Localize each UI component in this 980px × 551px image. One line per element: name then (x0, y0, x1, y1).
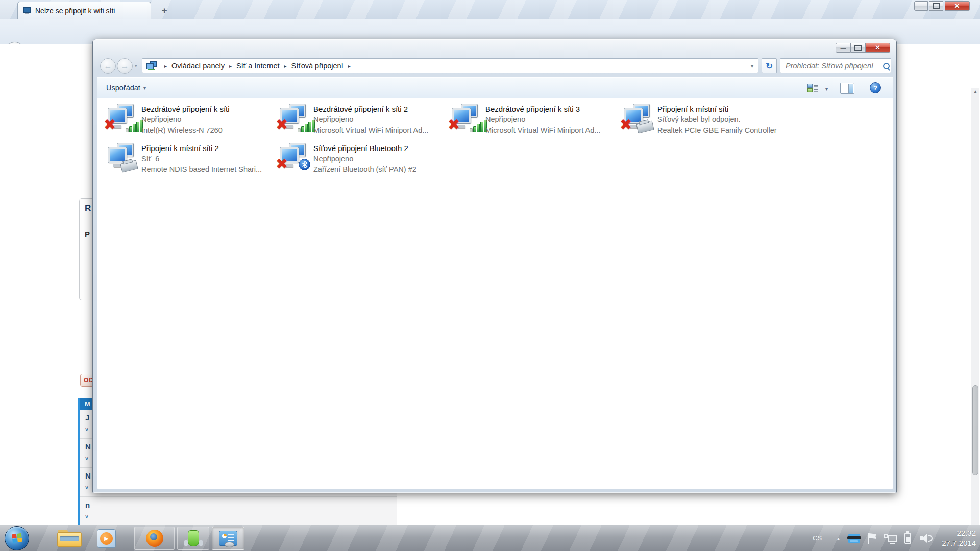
maximize-icon (854, 45, 862, 51)
explorer-content: ✖ Bezdrátové připojení k síti Nepřipojen… (97, 98, 893, 489)
network-adapter-icon: ✖ (451, 104, 483, 133)
explorer-close-button[interactable]: ✕ (866, 43, 890, 53)
network-connection-item[interactable]: ✖ Síťové připojení Bluetooth 2 Nepřipoje… (279, 142, 451, 182)
connection-device: Realtek PCIe GBE Family Controller (657, 125, 777, 136)
play-icon: ▶ (100, 532, 113, 545)
media-player-taskbar-icon[interactable]: ▶ (97, 529, 116, 548)
battery-tray-icon[interactable] (904, 533, 911, 544)
firefox-minimize-button[interactable]: — (914, 1, 928, 11)
network-adapter-icon: ✖ (279, 143, 311, 172)
start-button[interactable] (5, 526, 29, 550)
explorer-back-button[interactable]: ← (100, 58, 116, 74)
explorer-search-input[interactable] (785, 61, 883, 70)
clock[interactable]: 22:32 27.7.2014 (932, 528, 976, 548)
tray-app-icon[interactable] (848, 534, 860, 543)
change-view-icon[interactable] (807, 84, 818, 92)
breadcrumb[interactable]: ▸ Ovládací panely ▸ Síť a Internet ▸ Síť… (142, 58, 758, 73)
explorer-taskbar-icon[interactable] (57, 530, 82, 547)
breadcrumb-separator-icon[interactable]: ▸ (348, 63, 351, 69)
explorer-minimize-button[interactable]: — (836, 43, 851, 53)
connection-device: Microsoft Virtual WiFi Miniport Ad... (485, 125, 600, 136)
explorer-maximize-button[interactable] (851, 43, 866, 53)
network-adapter-icon (107, 143, 139, 172)
change-view-dropdown-icon[interactable]: ▾ (825, 86, 828, 92)
disconnected-x-icon: ✖ (276, 116, 288, 133)
connection-status: Nepřipojeno (313, 114, 428, 125)
explorer-toolbar: Uspořádat ▾ ▾ ? (97, 77, 893, 98)
connection-device: Zařízení Bluetooth (síť PAN) #2 (313, 164, 416, 175)
connection-name: Bezdrátové připojení k síti (141, 104, 230, 114)
ethernet-plug-icon (120, 160, 138, 172)
forum-row-subtitle-fragment: v (85, 484, 88, 491)
address-history-dropdown-icon[interactable]: ▾ (751, 63, 753, 69)
network-connection-item[interactable]: ✖ Bezdrátové připojení k síti 3 Nepřipoj… (451, 103, 623, 142)
forum-row-title-fragment: N (85, 442, 91, 451)
wifi-signal-icon (470, 120, 487, 132)
organize-dropdown-icon: ▾ (143, 85, 146, 91)
organize-button[interactable]: Uspořádat ▾ (106, 78, 146, 98)
firefox-window-controls: — ✕ (914, 1, 970, 11)
taskbar: ▶ CS ▲ 22:32 27.7.2014 (0, 525, 980, 551)
connection-status: Nepřipojeno (313, 154, 416, 164)
help-button[interactable]: ? (870, 82, 881, 93)
wifi-signal-icon (126, 120, 143, 132)
forum-reply-button-fragment[interactable]: OD (80, 374, 94, 387)
connection-manager-taskbar-button[interactable] (177, 527, 209, 550)
firefox-taskbar-button[interactable] (134, 527, 175, 550)
network-connection-item[interactable]: ✖ Připojení k místní síti Síťový kabel b… (623, 103, 795, 142)
close-icon: ✕ (875, 44, 880, 52)
explorer-search-magnifier-icon[interactable] (883, 63, 890, 69)
new-tab-button[interactable]: + (157, 5, 172, 17)
browser-tab-active[interactable]: Nelze se připojit k wifi síti (17, 2, 151, 19)
connection-status: Nepřipojeno (141, 114, 230, 125)
tab-title: Nelze se připojit k wifi síti (35, 7, 115, 15)
breadcrumb-item[interactable]: Síťová připojení (291, 62, 344, 70)
firefox-maximize-button[interactable] (929, 1, 943, 11)
organize-label: Uspořádat (106, 84, 140, 92)
network-window-taskbar-button[interactable] (212, 527, 244, 550)
tray-expand-icon[interactable]: ▲ (836, 536, 841, 541)
connection-status: Síťový kabel byl odpojen. (657, 114, 777, 125)
refresh-button[interactable]: ↻ (762, 58, 777, 73)
system-window-icon (219, 531, 237, 546)
explorer-forward-button[interactable]: → (117, 58, 133, 74)
phone-icon (188, 530, 199, 546)
action-center-flag-icon[interactable] (868, 533, 878, 544)
disconnected-x-icon: ✖ (620, 116, 632, 133)
network-connection-item[interactable]: Připojení k místní síti 2 Síť 6 Remote N… (107, 142, 279, 182)
scroll-up-icon[interactable]: ▲ (971, 88, 979, 96)
breadcrumb-separator-icon[interactable]: ▸ (164, 63, 167, 69)
breadcrumb-item[interactable]: Ovládací panely (172, 62, 225, 70)
scrollbar-thumb[interactable] (972, 385, 978, 475)
breadcrumb-separator-icon[interactable]: ▸ (229, 63, 232, 69)
forum-heading-fragment: R (85, 203, 91, 213)
language-indicator[interactable]: CS (813, 534, 822, 542)
forum-topic-row[interactable]: n v (80, 497, 397, 526)
forum-row-title-fragment: J (85, 413, 89, 422)
breadcrumb-separator-icon[interactable]: ▸ (284, 63, 286, 69)
explorer-search-box[interactable] (780, 58, 891, 73)
preview-pane-icon[interactable] (840, 83, 854, 94)
breadcrumb-item[interactable]: Síť a Internet (236, 62, 279, 70)
network-connections-icon (145, 61, 158, 71)
forum-row-title-fragment: n (85, 500, 90, 509)
connections-grid: ✖ Bezdrátové připojení k síti Nepřipojen… (107, 103, 795, 182)
windows-logo-icon (12, 533, 23, 544)
close-icon: ✕ (954, 2, 960, 10)
network-connection-item[interactable]: ✖ Bezdrátové připojení k síti Nepřipojen… (107, 103, 279, 142)
disconnected-x-icon: ✖ (104, 116, 116, 133)
network-tray-icon[interactable] (884, 534, 897, 544)
connection-name: Bezdrátové připojení k síti 3 (485, 104, 600, 114)
connection-device: Microsoft Virtual WiFi Miniport Ad... (313, 125, 428, 136)
firefox-close-button[interactable]: ✕ (945, 1, 970, 11)
network-adapter-icon: ✖ (107, 104, 139, 133)
connection-name: Síťové připojení Bluetooth 2 (313, 143, 416, 154)
network-connection-item[interactable]: ✖ Bezdrátové připojení k síti 2 Nepřipoj… (279, 103, 451, 142)
browser-scrollbar[interactable]: ▲ ▼ (971, 88, 979, 551)
explorer-address-row: ← → ▾ ▸ Ovládací panely ▸ Síť a Internet… (97, 55, 893, 77)
firefox-icon (146, 530, 163, 547)
forum-label-fragment: P (85, 230, 90, 238)
clock-time: 22:32 (932, 528, 976, 538)
volume-tray-icon[interactable] (920, 534, 932, 543)
recent-pages-dropdown-icon[interactable]: ▾ (135, 63, 137, 68)
